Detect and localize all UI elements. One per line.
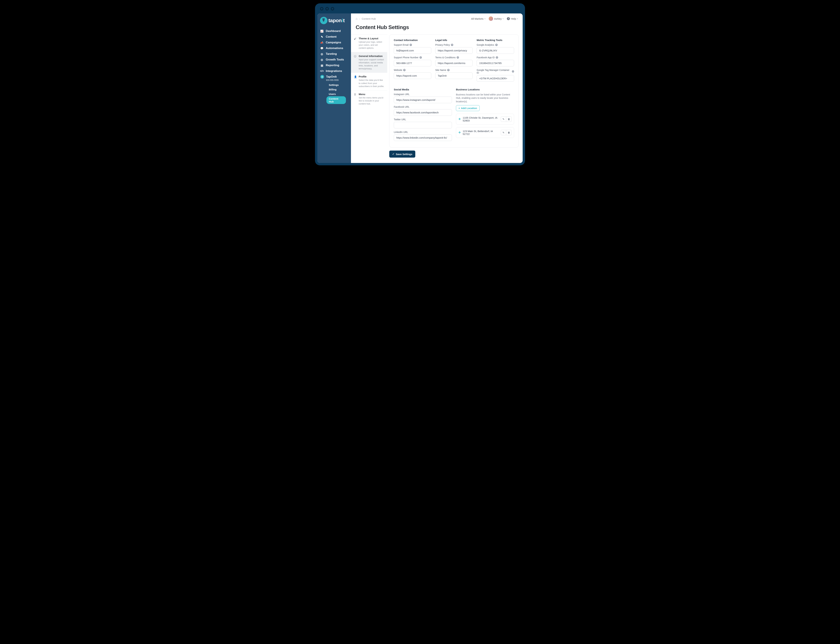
help-tooltip-icon[interactable]: ? — [457, 56, 459, 59]
document-icon: ▤ — [320, 64, 323, 67]
terms-conditions-input[interactable] — [435, 60, 473, 66]
move-icon[interactable]: ✥ — [458, 131, 461, 134]
chevron-down-icon: ▾ — [484, 18, 486, 20]
user-name: Ashley — [494, 17, 502, 20]
page-title: Content Hub Settings — [351, 21, 523, 34]
field-label: Terms & Conditions — [435, 56, 456, 59]
facebook-app-id-input[interactable] — [477, 60, 514, 66]
help-tooltip-icon[interactable]: ? — [447, 69, 450, 71]
facebook-url-input[interactable] — [394, 109, 452, 116]
sn-desc: Input your support contact information, … — [359, 58, 384, 71]
settings-panel: Contact Information Support Email? Suppo… — [389, 34, 518, 148]
sn-title: General Information — [359, 54, 384, 58]
locations-description: Business locations can be listed within … — [456, 93, 514, 103]
add-location-button[interactable]: + Add Location — [456, 105, 480, 111]
delete-location-button[interactable]: 🗑 — [506, 130, 512, 135]
field-label: Privacy Policy — [435, 44, 450, 46]
section-title: Legal Info — [435, 39, 473, 41]
website-input[interactable] — [394, 72, 431, 79]
move-icon[interactable]: ✥ — [458, 117, 461, 121]
nav-item-growth-tools[interactable]: ◎Growth Tools — [317, 57, 351, 62]
secondary-nav: 🖌 Theme & Layout Upload your logo, selec… — [351, 34, 387, 163]
help-tooltip-icon[interactable]: ? — [496, 56, 498, 59]
nav-label: Reporting — [326, 64, 339, 67]
support-phone-input[interactable] — [394, 60, 431, 66]
info-icon: ⓘ — [354, 55, 357, 71]
subnav-item-users[interactable]: Users — [329, 92, 348, 96]
field-label: Twitter URL — [394, 118, 406, 121]
add-location-label: Add Location — [461, 107, 477, 110]
user-menu[interactable]: Ashley ▾ — [489, 16, 504, 21]
breadcrumb: ⌂ › Content Hub — [356, 17, 376, 20]
help-menu[interactable]: ? Help ▾ — [507, 17, 518, 20]
help-tooltip-icon[interactable]: ? — [495, 44, 498, 46]
location-address: 1105 Christie St, Davenport, IA 52803 — [463, 116, 499, 122]
account-subnav: Settings Billing Users Content Hub — [329, 83, 348, 104]
subnav-item-billing[interactable]: Billing — [329, 87, 348, 92]
home-icon[interactable]: ⌂ — [356, 17, 358, 20]
breadcrumb-current[interactable]: Content Hub — [362, 17, 376, 20]
brand-logo[interactable]: taponit — [317, 13, 351, 28]
help-icon: ? — [507, 17, 510, 20]
edit-location-button[interactable]: ✎ — [501, 117, 506, 122]
field-label: Support Phone Number — [394, 56, 418, 59]
help-tooltip-icon[interactable]: ? — [512, 70, 514, 72]
account-row[interactable]: ⚙ TapOnIt — [320, 75, 348, 79]
site-name-input[interactable] — [435, 72, 473, 79]
sn-item-general-information[interactable]: ⓘ General Information Input your support… — [351, 52, 387, 73]
section-title: Business Locations — [456, 88, 514, 91]
window-control-dot — [325, 7, 329, 10]
nav-label: Campaigns — [326, 41, 341, 44]
nav-item-dashboard[interactable]: 📈Dashboard — [317, 28, 351, 34]
nav-label: Growth Tools — [326, 58, 344, 61]
twitter-url-input[interactable] — [394, 122, 452, 128]
sn-desc: Set the menu items you'd like to include… — [359, 96, 384, 105]
gtm-container-id-input[interactable] — [477, 75, 514, 82]
trash-icon: 🗑 — [508, 131, 510, 134]
location-card: ✥ 1105 Christie St, Davenport, IA 52803 … — [456, 114, 514, 125]
help-tooltip-icon[interactable]: ? — [420, 56, 422, 59]
google-analytics-input[interactable] — [477, 47, 514, 54]
sn-item-theme-layout[interactable]: 🖌 Theme & Layout Upload your logo, selec… — [351, 34, 387, 52]
account-phone: 833-555-5555 — [326, 79, 348, 81]
chart-line-icon: 📈 — [320, 30, 323, 33]
help-tooltip-icon[interactable]: ? — [410, 44, 412, 46]
sn-item-menu[interactable]: ☰ Menu Set the menu items you'd like to … — [351, 90, 387, 108]
field-label: Support Email — [394, 44, 409, 46]
sn-item-profile[interactable]: 👤 Profile Select the data you'd like to … — [351, 72, 387, 90]
nav-item-campaigns[interactable]: 📣Campaigns — [317, 39, 351, 45]
help-tooltip-icon[interactable]: ? — [451, 44, 453, 46]
markets-dropdown[interactable]: All Markets ▾ — [471, 17, 486, 20]
subnav-item-settings[interactable]: Settings — [329, 83, 348, 87]
nav-label: Automations — [326, 46, 343, 50]
nav-item-reporting[interactable]: ▤Reporting — [317, 62, 351, 68]
sn-title: Menu — [359, 93, 384, 95]
help-tooltip-icon[interactable]: ? — [403, 69, 405, 71]
edit-icon: ✎ — [502, 118, 505, 120]
nav-item-content[interactable]: ✎Content — [317, 34, 351, 39]
legal-section: Legal Info Privacy Policy? Terms & Condi… — [435, 39, 473, 84]
privacy-policy-input[interactable] — [435, 47, 473, 54]
save-settings-label: Save Settings — [396, 153, 412, 156]
paintbrush-icon: 🖌 — [354, 37, 357, 50]
edit-location-button[interactable]: ✎ — [501, 130, 506, 135]
sidebar: taponit 📈Dashboard ✎Content 📣Campaigns 💬… — [317, 13, 351, 163]
nav-item-integrations[interactable]: </>Integrations — [317, 68, 351, 74]
gear-icon: ⚙ — [320, 75, 324, 79]
nav-item-targeting[interactable]: ◎Tareting — [317, 51, 351, 57]
support-email-input[interactable] — [394, 47, 431, 54]
delete-location-button[interactable]: 🗑 — [506, 117, 512, 122]
chat-icon: 💬 — [320, 47, 323, 50]
linkedin-url-input[interactable] — [394, 135, 452, 141]
field-label: Instagram URL — [394, 93, 410, 95]
primary-nav: 📈Dashboard ✎Content 📣Campaigns 💬Automati… — [317, 28, 351, 74]
window-control-dot — [320, 7, 323, 10]
subnav-item-content-hub[interactable]: Content Hub — [326, 96, 346, 104]
instagram-url-input[interactable] — [394, 97, 452, 103]
field-label: Site Name — [435, 69, 446, 71]
location-card: ✥ 123 Main St, Bettendorf, IA 52722 ✎ 🗑 — [456, 127, 514, 138]
edit-icon: ✎ — [502, 131, 505, 134]
nav-label: Tareting — [326, 52, 337, 56]
save-settings-button[interactable]: ✓ Save Settings — [389, 151, 415, 158]
nav-item-automations[interactable]: 💬Automations — [317, 45, 351, 51]
